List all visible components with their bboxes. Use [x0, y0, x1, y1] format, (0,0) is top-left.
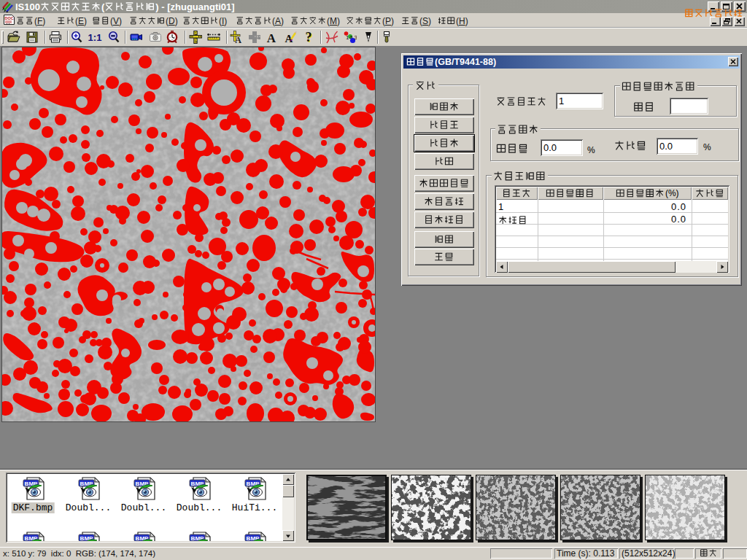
svg-text:A: A: [235, 35, 241, 44]
svg-text:3: 3: [355, 34, 357, 41]
svg-text:A: A: [267, 31, 276, 45]
svg-text:1:1: 1:1: [88, 32, 102, 43]
svg-text:?: ?: [306, 30, 312, 44]
svg-text:DOC: DOC: [5, 16, 14, 20]
